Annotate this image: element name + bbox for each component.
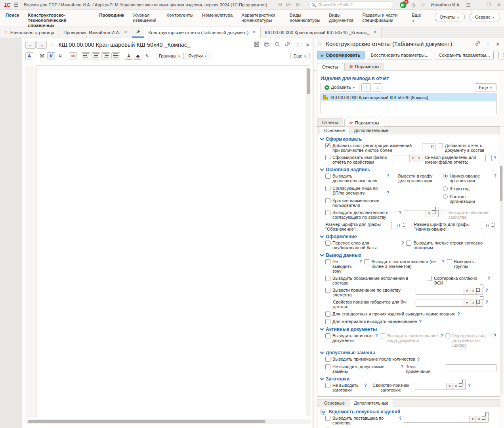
help-icon[interactable]: ? <box>359 259 362 264</box>
checkbox-standard-names[interactable]: Для стандартных и прочих изделий выводит… <box>325 311 460 317</box>
more-button[interactable]: Еще ▼ <box>290 53 310 59</box>
font-button[interactable]: A <box>25 52 33 59</box>
save-params-button[interactable]: Сохранить параметры... <box>435 51 494 59</box>
service-menu-button[interactable]: Сервис ▼ <box>470 13 500 21</box>
move-down-button[interactable]: ↓ <box>373 83 382 92</box>
menu-item-1[interactable]: Поиск <box>6 13 19 18</box>
checkbox-sort-esi[interactable]: Сортировка согласно ЭСИ? <box>427 276 490 285</box>
help-button[interactable]: ? <box>498 51 504 59</box>
checkbox-kit-contents[interactable]: Выводить состав комплекта (не более 3 эл… <box>364 259 439 269</box>
forward-button[interactable]: → <box>36 41 47 49</box>
font-size-designation-stepper[interactable]: 0 <box>391 222 406 229</box>
separator-char-input[interactable] <box>485 155 492 161</box>
tab-reports-2[interactable]: Отчеты <box>317 118 343 126</box>
spreadsheet-area[interactable] <box>36 66 310 418</box>
borders-button[interactable]: Границы ▼ <box>156 53 184 59</box>
notifications-icon[interactable]: 4 <box>400 2 407 8</box>
move-up-button[interactable]: ↑ <box>361 83 371 92</box>
help-icon[interactable]: ? <box>399 416 401 420</box>
checkbox-supplier-by-property[interactable]: Выводить поставщика по свойству: <box>325 416 397 425</box>
checkbox-filename-by-props[interactable]: Сформировать имя файла отчёта по свойств… <box>325 155 390 164</box>
help-icon[interactable]: ? <box>401 241 404 245</box>
tab-4[interactable]: КШ.00.00.000 Кран шаровый КШ-50x40 _Комп… <box>261 27 382 38</box>
dropdown-icon[interactable]: ▼ <box>409 155 416 162</box>
checkbox-no-blanks[interactable]: Не выводить заготовки <box>325 383 362 392</box>
help-icon[interactable]: ? <box>387 190 396 195</box>
section-allowed-replacements[interactable]: Допустимые замены <box>321 350 496 355</box>
pen-button[interactable]: ✎ <box>143 52 151 59</box>
clear-icon[interactable]: ✕ <box>452 383 459 390</box>
radio-org-name[interactable]: Наименование организации <box>443 174 492 183</box>
section-blanks[interactable]: Заготовки <box>321 376 496 382</box>
menu-item-7[interactable]: Характеристики номенклатуры <box>241 13 281 23</box>
history-icon[interactable]: ◷ <box>411 2 416 8</box>
vertical-scrollbar[interactable] <box>306 67 311 416</box>
section-main-stamp[interactable]: Основная надпись <box>321 167 496 172</box>
section-design[interactable]: Оформление <box>321 234 496 239</box>
row-headers[interactable] <box>25 66 36 418</box>
menu-item-11[interactable]: Еще ▼ <box>412 13 421 24</box>
menu-item-9[interactable]: Виды документов <box>329 13 353 23</box>
more-icon[interactable]: ⋮ <box>295 42 300 48</box>
favorite-star-icon[interactable]: ☆ <box>50 41 55 48</box>
clear-icon[interactable]: ✕ <box>470 300 476 306</box>
approver-prop-combo[interactable]: ▼ <box>404 210 439 217</box>
minimize-button[interactable]: – <box>473 2 483 8</box>
clear-icon[interactable]: ✕ <box>416 155 422 162</box>
products-list[interactable]: КШ.00.00.000 Кран шаровый КШ-50x40 [Комп… <box>321 94 496 114</box>
main-menu-icon[interactable]: ☰ <box>13 2 19 8</box>
close-panel-icon[interactable]: ✕ <box>496 41 500 47</box>
current-user[interactable]: Измайлов И.А. <box>431 2 461 7</box>
help-icon[interactable]: ? <box>485 300 488 304</box>
menu-item-6[interactable]: Номенклатура <box>202 13 233 18</box>
checkbox-short-user-name[interactable]: Краткое наименование пользователя <box>325 198 384 208</box>
save-icon[interactable] <box>254 42 259 48</box>
dropdown-icon[interactable]: ▼ <box>464 288 470 294</box>
subtab-extra-2[interactable]: Дополнительные <box>349 399 393 407</box>
radio-barcode[interactable]: Штрихкод <box>443 186 492 191</box>
open-icon[interactable] <box>476 288 483 294</box>
section-generate[interactable]: Сформировать <box>321 136 496 142</box>
checkbox-note-by-property[interactable]: Вывести примечание по свойству элемента <box>325 288 413 297</box>
global-search-input[interactable]: 🔍 Поиск Ctrl+Shift+F <box>308 2 393 8</box>
zoom-out-button[interactable]: M− <box>296 2 302 7</box>
restore-button[interactable]: ❐ <box>483 2 494 8</box>
checkbox-registration-sheet[interactable]: Добавить лист регистрации изменений при … <box>325 143 420 153</box>
menu-item-10[interactable]: Разделы и части спецификации <box>362 13 403 23</box>
font-color-button[interactable]: А <box>125 52 133 59</box>
help-icon[interactable]: ? <box>440 333 443 338</box>
get-link-icon[interactable] <box>475 41 480 47</box>
blank-prop-combo[interactable]: ▼✕ <box>415 383 466 390</box>
checkbox-executions[interactable]: Выводить обозначение исполнений в состав… <box>325 276 424 285</box>
checkbox-no-replacements[interactable]: Не выводить допустимые замены? <box>325 364 403 374</box>
help-icon[interactable]: ? <box>375 333 378 338</box>
close-button[interactable]: ✕ <box>494 2 504 8</box>
clear-icon[interactable]: ✕ <box>475 416 482 422</box>
more-button[interactable]: Еще ▼ <box>475 83 496 92</box>
note-prop-combo[interactable]: ▼✕ <box>416 288 483 295</box>
radio-org-logo[interactable]: Логотип организации <box>443 194 492 204</box>
service-menu-icon[interactable]: ☰ <box>466 2 471 8</box>
open-icon[interactable] <box>432 210 438 217</box>
menu-item-2[interactable]: Конструкторско-технологический справочни… <box>28 13 91 28</box>
underline-button[interactable]: Ч <box>56 52 64 59</box>
checkbox-attach-report[interactable]: Добавлять отчет к документу в состав <box>438 143 493 153</box>
restore-params-button[interactable]: Восстановить параметры... <box>367 51 433 59</box>
sheets-count-input[interactable]: 0 <box>422 143 435 150</box>
menu-item-3[interactable]: Проводник <box>99 13 124 18</box>
tab-2[interactable]: Проводник: Измайлов И.А.✕ <box>59 27 132 38</box>
supplier-prop-combo[interactable]: ▼✕ <box>404 416 489 423</box>
close-tab-icon[interactable]: ✕ <box>373 30 377 35</box>
help-icon[interactable]: ? <box>494 174 496 178</box>
get-link-icon[interactable] <box>285 42 290 48</box>
checkbox-property-description[interactable]: Выводить описание свойства <box>441 210 489 220</box>
generate-button[interactable]: ▶Сформировать <box>317 51 365 59</box>
font-size-name-stepper[interactable]: 0 <box>480 222 495 229</box>
open-icon[interactable] <box>482 416 488 422</box>
align-left-button[interactable] <box>82 52 90 59</box>
help-icon[interactable]: ? <box>485 288 488 292</box>
checkbox-material-names[interactable]: Для материалов выводить наименование? <box>325 319 422 324</box>
help-icon[interactable]: ? <box>494 333 496 338</box>
tab-1[interactable]: ⌂Начальная страница <box>0 27 59 38</box>
tab-params-2[interactable]: ⚒Параметры <box>344 119 384 126</box>
